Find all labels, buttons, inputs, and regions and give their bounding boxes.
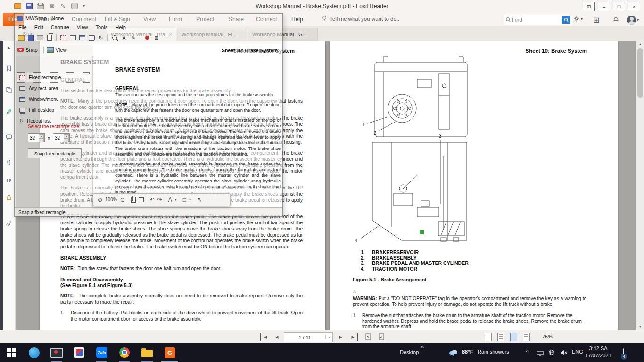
attachments-panel-icon[interactable] <box>3 157 15 168</box>
mode-repeat-icon[interactable]: ↻ <box>97 34 105 41</box>
width-input[interactable] <box>28 135 38 140</box>
layout-grid-button[interactable]: ⊞ <box>583 2 595 11</box>
document-scrollbar[interactable]: ▲ ▼ <box>636 41 644 330</box>
snap-tab[interactable]: Snap <box>25 47 41 53</box>
apps-grid-button[interactable]: ⊞ <box>593 16 599 25</box>
volume-muted-icon[interactable] <box>560 349 568 358</box>
taskbar-chrome-button[interactable] <box>113 343 136 362</box>
width-stepper[interactable]: ▲▼ <box>28 133 45 142</box>
annotation-pen-icon[interactable] <box>3 107 15 117</box>
mode-window-menu[interactable]: Window/menu <box>17 94 89 104</box>
open-file-icon[interactable] <box>14 2 21 9</box>
last-page-button[interactable]: ▶ <box>349 333 358 341</box>
snap-fixed-rectangle-button[interactable]: Snap fixed rectangle <box>28 148 82 158</box>
action-center-button[interactable]: 4 <box>623 349 624 357</box>
select-tool-icon[interactable]: ↖ <box>197 197 202 203</box>
scrollbar-thumb[interactable] <box>637 48 643 98</box>
zoom-level-value[interactable]: 100% <box>105 197 117 202</box>
close-button[interactable]: × <box>628 2 640 11</box>
find-search-button[interactable] <box>562 16 570 24</box>
print-icon[interactable] <box>37 2 44 9</box>
taskbar-file-explorer-button[interactable] <box>136 343 158 362</box>
minimize-button[interactable]: – <box>598 2 610 11</box>
hand-tool-icon[interactable] <box>71 2 78 9</box>
mode-fixed-rectangle[interactable]: Fixed rectangle <box>17 73 89 82</box>
zoom-out-icon[interactable]: ⊖ <box>120 197 125 203</box>
comments-panel-icon[interactable] <box>3 132 15 142</box>
bookmarks-panel-icon[interactable] <box>3 63 15 74</box>
shape-tool-icon[interactable]: □ <box>183 197 186 203</box>
scroll-down-icon[interactable]: ▼ <box>636 323 644 330</box>
taskbar-browser-button[interactable] <box>23 343 45 362</box>
page-combo-caret-icon[interactable]: ▾ <box>325 335 332 339</box>
settings-gear-button[interactable]: ▾ <box>573 16 583 22</box>
redo-icon[interactable]: ↷ <box>157 197 162 203</box>
tell-me-box[interactable]: Tell me what you want to do.. <box>322 16 399 22</box>
spin-up-icon[interactable]: ▲ <box>39 134 44 139</box>
text-tool-icon[interactable]: A <box>120 34 128 41</box>
text-tool-icon[interactable]: A <box>168 197 172 203</box>
mode-any-rect-icon[interactable] <box>69 34 76 41</box>
view-tab[interactable]: View <box>56 47 70 53</box>
taskbar-capture-app-button[interactable] <box>45 343 68 362</box>
tab-help[interactable]: Help <box>289 13 306 26</box>
expand-panel-icon[interactable]: ▶ <box>3 42 15 53</box>
signature-panel-icon[interactable] <box>3 218 15 228</box>
single-page-view-button[interactable] <box>485 333 492 341</box>
quick-access-caret-icon[interactable]: ▾ <box>82 2 86 9</box>
hidden-icons-chevron[interactable]: ^ <box>526 349 528 354</box>
spin-down-icon[interactable]: ▼ <box>39 139 44 143</box>
first-page-button[interactable]: ◀ <box>260 333 270 341</box>
color-picker-icon[interactable]: ✎ <box>130 34 137 41</box>
mode-full-desktop[interactable]: Full desktop <box>17 105 89 115</box>
weather-desc[interactable]: Rain showers <box>478 349 509 354</box>
taskbar-pdf-app-button[interactable]: G <box>158 343 181 362</box>
save-icon[interactable] <box>25 2 33 9</box>
mode-any-rect-area[interactable]: Any rect. area <box>17 83 89 93</box>
record-icon[interactable] <box>143 34 151 41</box>
spin-down-icon[interactable]: ▼ <box>64 139 69 143</box>
mode-window-icon[interactable] <box>78 34 86 41</box>
menu-edit[interactable]: Edit <box>31 25 47 30</box>
next-page-button[interactable]: ▶ <box>337 333 345 341</box>
zoom-in-icon[interactable]: ⊕ <box>98 197 102 203</box>
spin-up-icon[interactable]: ▲ <box>64 134 69 139</box>
save-capture-icon[interactable] <box>27 34 34 41</box>
scroll-up-icon[interactable]: ▲ <box>636 41 644 48</box>
mail-icon[interactable]: ✉ <box>48 2 55 9</box>
pages-panel-icon[interactable] <box>3 85 15 95</box>
previous-page-button[interactable]: ◀ <box>272 333 281 341</box>
copy-capture-icon[interactable] <box>46 34 53 41</box>
new-capture-icon[interactable] <box>17 34 25 41</box>
previous-view-button[interactable] <box>364 333 372 341</box>
mode-desktop-icon[interactable] <box>88 34 95 41</box>
next-view-button[interactable] <box>377 333 386 341</box>
edit-icon[interactable]: ✎ <box>59 2 66 9</box>
options-icon[interactable]: ⊞ <box>153 34 160 41</box>
facing-continuous-view-button[interactable] <box>523 333 530 341</box>
menu-capture[interactable]: Capture <box>47 25 73 30</box>
mwsnap-titlebar[interactable]: MWSnap - None <box>15 14 282 23</box>
text-tool-caret-icon[interactable]: ▾ <box>175 197 177 202</box>
menu-tools[interactable]: Tools <box>92 25 112 30</box>
shape-tool-caret-icon[interactable]: ▾ <box>189 197 191 202</box>
menu-file[interactable]: File <box>15 25 31 30</box>
copy-icon[interactable] <box>131 197 136 203</box>
security-lock-icon[interactable] <box>3 192 15 203</box>
snapshot-icon[interactable] <box>139 197 144 202</box>
page-number-combobox[interactable]: 1 / 11 ▾ <box>284 332 333 342</box>
tray-display-icon[interactable] <box>537 350 544 358</box>
height-input[interactable] <box>53 135 63 140</box>
continuous-view-button[interactable] <box>497 333 504 341</box>
find-input[interactable] <box>511 16 562 23</box>
clock[interactable]: 3:42 SA 17/07/2021 <box>582 345 615 359</box>
menu-help[interactable]: Help <box>111 25 130 30</box>
notifications-bell-button[interactable] <box>613 16 619 22</box>
undo-icon[interactable]: ↶ <box>150 197 155 203</box>
print-capture-icon[interactable] <box>36 34 44 41</box>
quote-panel-icon[interactable] <box>3 175 15 186</box>
weather-temp[interactable]: 88°F <box>462 349 473 354</box>
mode-fixed-rect-icon[interactable] <box>59 34 67 41</box>
taskbar-photos-app-button[interactable] <box>68 343 91 362</box>
zoom-tool-icon[interactable] <box>111 34 118 41</box>
